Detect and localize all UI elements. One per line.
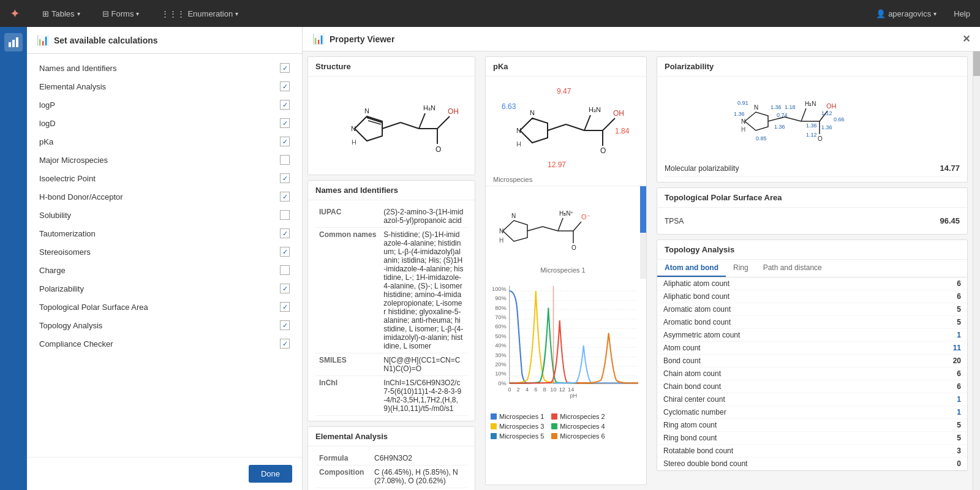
topo-card-title: Topology Analysis xyxy=(657,240,967,260)
calc-item-checkbox[interactable]: ✓ xyxy=(280,320,290,330)
microspecies-panel: N N H H₃N⁺ O⁻ xyxy=(486,186,646,279)
topo-value: 0 xyxy=(913,458,967,470)
calc-item[interactable]: Charge xyxy=(27,261,302,279)
names-key: Common names xyxy=(315,228,380,353)
svg-text:10%: 10% xyxy=(495,371,506,377)
nav-tables[interactable]: ⊞ Tables ▾ xyxy=(37,7,85,21)
help-link[interactable]: Help xyxy=(954,9,970,18)
calc-item-checkbox[interactable]: ✓ xyxy=(280,137,290,146)
svg-text:1.36: 1.36 xyxy=(771,104,782,110)
microspecies-scrollbar[interactable] xyxy=(640,186,646,279)
topo-value: 3 xyxy=(913,445,967,458)
calc-item-checkbox[interactable] xyxy=(280,210,290,220)
calc-item-label: Tautomerization xyxy=(39,229,96,238)
ea-value: C (46.45%), H (5.85%), N (27.08%), O (20… xyxy=(371,466,467,488)
chart-legend: Microspecies 1Microspecies 2Microspecies… xyxy=(486,410,646,442)
calc-item-checkbox[interactable]: ✓ xyxy=(280,173,290,183)
nav-forms[interactable]: ⊟ Forms ▾ xyxy=(97,7,145,21)
nav-user[interactable]: 👤 aperagovics ▾ xyxy=(871,7,941,21)
calc-item-checkbox[interactable]: ✓ xyxy=(280,247,290,257)
topo-value: 1 xyxy=(913,329,967,342)
topo-tab[interactable]: Atom and bond xyxy=(657,260,726,277)
calc-item-checkbox[interactable]: ✓ xyxy=(280,228,290,238)
sidebar-chart-icon[interactable] xyxy=(4,33,23,51)
svg-text:H₂N: H₂N xyxy=(589,106,601,113)
table-row: Cyclomatic number1 xyxy=(657,406,967,419)
topo-tab[interactable]: Ring xyxy=(726,260,756,277)
tables-icon: ⊞ xyxy=(42,9,49,18)
svg-text:1.12: 1.12 xyxy=(821,110,832,116)
svg-text:OH: OH xyxy=(613,109,624,118)
calc-item[interactable]: logP✓ xyxy=(27,96,302,114)
calc-item[interactable]: H-bond Donor/Acceptor✓ xyxy=(27,187,302,206)
calc-item-checkbox[interactable]: ✓ xyxy=(280,284,290,293)
calc-item-label: Charge xyxy=(39,266,66,275)
topo-value: 1 xyxy=(913,393,967,406)
svg-text:12: 12 xyxy=(559,386,565,393)
calc-item[interactable]: Stereoisomers✓ xyxy=(27,243,302,261)
calc-item[interactable]: Names and Identifiers✓ xyxy=(27,59,302,77)
names-value: InChI=1S/C6H9N3O2/c7-5(6(10)11)1-4-2-8-3… xyxy=(380,376,467,416)
pv-header: 📊 Property Viewer ✕ xyxy=(303,27,980,51)
calc-item-checkbox[interactable]: ✓ xyxy=(280,63,290,73)
topo-label: Aliphatic atom count xyxy=(657,277,913,290)
topo-label: Chiral center count xyxy=(657,393,913,406)
table-row: FormulaC6H9N3O2 xyxy=(315,451,467,466)
calc-item-label: Polarizability xyxy=(39,284,84,293)
calc-item[interactable]: Topology Analysis✓ xyxy=(27,316,302,334)
svg-rect-0 xyxy=(9,42,11,47)
table-row: IUPAC(2S)-2-amino-3-(1H-imidazol-5-yl)pr… xyxy=(315,205,467,228)
topo-value: 5 xyxy=(913,419,967,432)
svg-text:O⁻: O⁻ xyxy=(581,213,590,221)
ea-table: FormulaC6H9N3O2CompositionC (46.45%), H … xyxy=(315,451,467,490)
calc-item-label: Elemental Analysis xyxy=(39,82,106,91)
calc-item-checkbox[interactable]: ✓ xyxy=(280,100,290,110)
svg-marker-3 xyxy=(355,116,382,141)
calc-item-checkbox[interactable]: ✓ xyxy=(280,81,290,91)
svg-text:H₂N: H₂N xyxy=(805,100,816,107)
calc-item[interactable]: Solubility xyxy=(27,206,302,224)
tpsa-card: Topological Polar Surface Area TPSA 96.4… xyxy=(657,187,968,235)
calc-item[interactable]: Tautomerization✓ xyxy=(27,224,302,243)
calc-item-checkbox[interactable] xyxy=(280,265,290,275)
topo-tab[interactable]: Path and distance xyxy=(756,260,829,277)
legend-color xyxy=(551,423,557,429)
calc-panel-title: Set available calculations xyxy=(54,36,158,45)
calc-item[interactable]: Isoelectric Point✓ xyxy=(27,169,302,187)
table-row: Atom count11 xyxy=(657,342,967,355)
svg-text:90%: 90% xyxy=(495,295,506,301)
svg-text:14: 14 xyxy=(568,386,574,393)
table-row: Asymmetric atom count1 xyxy=(657,329,967,342)
tables-chevron: ▾ xyxy=(77,10,80,17)
legend-label: Microspecies 3 xyxy=(499,423,544,430)
names-card: Names and Identifiers IUPAC(2S)-2-amino-… xyxy=(307,180,475,421)
calc-item[interactable]: logD✓ xyxy=(27,114,302,132)
topo-label: Atom count xyxy=(657,342,913,355)
svg-line-25 xyxy=(584,115,590,130)
calc-item[interactable]: Elemental Analysis✓ xyxy=(27,77,302,96)
ea-key: Formula xyxy=(315,451,371,466)
names-card-body: IUPAC(2S)-2-amino-3-(1H-imidazol-5-yl)pr… xyxy=(308,200,475,421)
calc-item-checkbox[interactable]: ✓ xyxy=(280,192,290,202)
pv-close-button[interactable]: ✕ xyxy=(962,33,970,45)
nav-enumeration[interactable]: ⋮⋮⋮ Enumeration ▾ xyxy=(156,7,243,21)
calc-item[interactable]: Major Microspecies xyxy=(27,151,302,169)
svg-rect-2 xyxy=(16,37,18,47)
calc-item-checkbox[interactable]: ✓ xyxy=(280,339,290,349)
topology-card: Topology Analysis Atom and bondRingPath … xyxy=(657,239,968,471)
pka-chart-svg: 0% 10% 20% 30% 40% 50% 60% 70% 80% 90% 1… xyxy=(491,281,641,404)
calc-item-checkbox[interactable]: ✓ xyxy=(280,302,290,312)
done-button[interactable]: Done xyxy=(249,465,292,483)
calc-item[interactable]: pKa✓ xyxy=(27,132,302,151)
ea-body: FormulaC6H9N3O2CompositionC (46.45%), H … xyxy=(308,447,475,490)
svg-text:O: O xyxy=(435,145,441,154)
calc-item-checkbox[interactable]: ✓ xyxy=(280,118,290,128)
table-row: CompositionC (46.45%), H (5.85%), N (27.… xyxy=(315,466,467,488)
calc-item[interactable]: Polarizability✓ xyxy=(27,279,302,298)
calc-item[interactable]: Topological Polar Surface Area✓ xyxy=(27,298,302,316)
svg-marker-19 xyxy=(520,118,548,143)
calc-item[interactable]: Compliance Checker✓ xyxy=(27,334,302,353)
names-card-title: Names and Identifiers xyxy=(308,181,475,200)
calc-item-checkbox[interactable] xyxy=(280,155,290,165)
right-scrollbar[interactable] xyxy=(973,51,980,490)
